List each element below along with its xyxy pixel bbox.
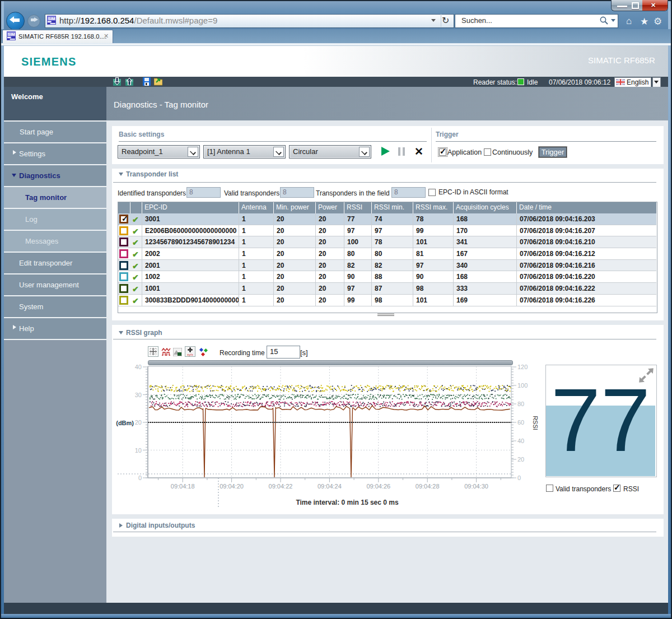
svg-text:SIM: SIM: [7, 32, 15, 37]
svg-text:SIM: SIM: [48, 16, 55, 21]
